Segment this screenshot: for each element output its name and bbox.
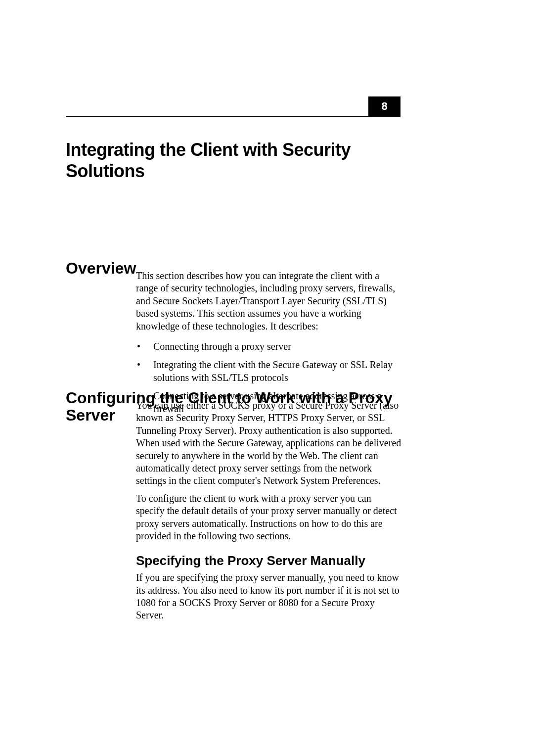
header-divider (66, 116, 400, 117)
config-paragraph-1: You can use either a SOCKS proxy or a Se… (136, 399, 401, 487)
specifying-paragraph: If you are specifying the proxy server m… (136, 571, 401, 622)
chapter-number-badge: 8 (368, 96, 400, 116)
configuring-body: You can use either a SOCKS proxy or a Se… (136, 399, 401, 622)
chapter-title: Integrating the Client with Security Sol… (66, 140, 400, 182)
specifying-subheading: Specifying the Proxy Server Manually (136, 553, 401, 568)
list-item: Connecting through a proxy server (136, 340, 401, 353)
overview-intro: This section describes how you can integ… (136, 270, 401, 332)
overview-heading: Overview (66, 260, 136, 277)
document-page: 8 Integrating the Client with Security S… (0, 0, 534, 756)
list-item: Integrating the client with the Secure G… (136, 359, 401, 384)
config-paragraph-2: To configure the client to work with a p… (136, 492, 401, 543)
